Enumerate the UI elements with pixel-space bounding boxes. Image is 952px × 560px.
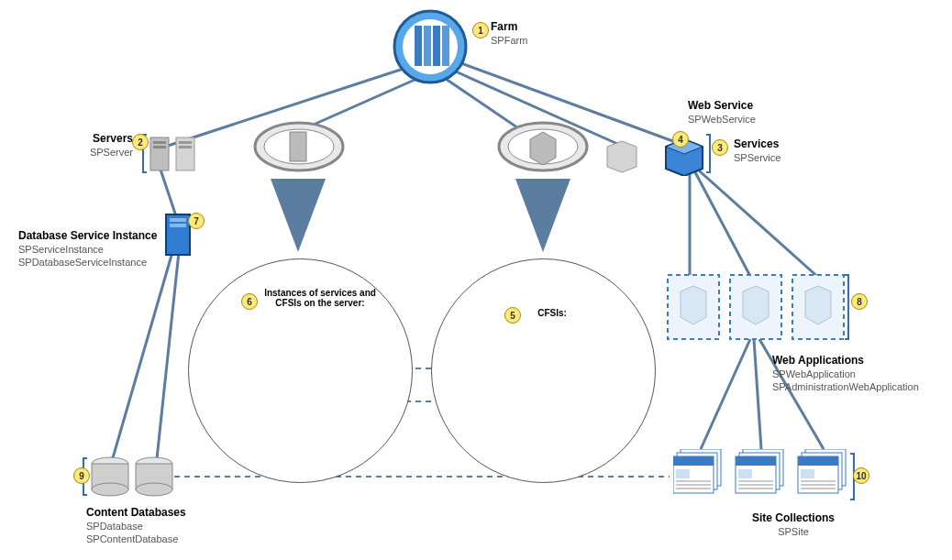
servers-group [149, 134, 213, 178]
content-dbs-class-0: SPDatabase [86, 521, 186, 532]
db-service-instance-title: Database Service Instance [18, 229, 157, 242]
svg-rect-62 [676, 488, 711, 489]
web-apps-class-0: SPWebApplication [772, 368, 919, 379]
svg-line-9 [695, 172, 752, 280]
svg-point-54 [136, 483, 172, 496]
web-app-icon [666, 273, 849, 345]
svg-marker-46 [681, 286, 706, 324]
services-badge: 3 [712, 139, 728, 156]
svg-rect-30 [179, 146, 192, 148]
svg-rect-66 [736, 456, 776, 466]
webservice-badge: 4 [672, 131, 689, 148]
svg-line-6 [110, 252, 172, 467]
services-title: Services [734, 137, 779, 150]
svg-line-12 [754, 339, 761, 449]
svg-rect-60 [676, 480, 711, 482]
site-collections-badge: 10 [853, 467, 869, 484]
svg-rect-58 [673, 456, 714, 466]
svg-point-51 [92, 483, 128, 496]
svg-rect-29 [179, 141, 192, 144]
svg-rect-42 [170, 224, 186, 227]
instances-badge: 6 [241, 293, 258, 310]
svg-rect-67 [738, 469, 752, 478]
webservice-title: Web Service [688, 99, 753, 112]
content-dbs-group [90, 456, 182, 502]
svg-rect-23 [433, 26, 440, 66]
services-class: SPService [734, 152, 780, 163]
svg-rect-70 [738, 488, 773, 489]
services-label: Services SPService [734, 137, 780, 163]
cfsis-circle [431, 258, 656, 483]
farm-icon [393, 9, 468, 84]
svg-rect-61 [676, 484, 711, 486]
site-collections-title: Site Collections [752, 511, 835, 524]
db-service-instance-label: Database Service Instance SPServiceInsta… [18, 229, 161, 268]
svg-rect-68 [738, 480, 773, 482]
svg-line-7 [156, 252, 179, 467]
svg-marker-48 [805, 286, 831, 324]
service-cubes-icon [605, 134, 706, 176]
site-collections-group [673, 449, 857, 508]
server-icon [149, 134, 213, 174]
web-apps-title: Web Applications [772, 354, 864, 367]
farm-node [393, 9, 468, 88]
web-apps-group [666, 273, 849, 348]
services-group [605, 134, 706, 180]
cfsis-badge: 5 [504, 307, 521, 324]
farm-badge: 1 [472, 22, 489, 38]
webservice-label: Web Service SPWebService [688, 99, 756, 125]
webservice-class: SPWebService [688, 114, 756, 125]
farm-class: SPFarm [491, 35, 527, 46]
svg-rect-78 [801, 488, 836, 489]
site-collections-label: Site Collections SPSite [747, 511, 839, 537]
cfsis-title: CFSIs: [525, 308, 580, 318]
svg-rect-24 [442, 26, 449, 66]
svg-rect-41 [170, 218, 186, 222]
svg-rect-77 [801, 484, 836, 486]
servers-label: Servers SPServer [89, 132, 133, 158]
svg-rect-26 [153, 141, 166, 144]
svg-rect-75 [801, 469, 814, 478]
content-dbs-title: Content Databases [86, 506, 186, 519]
lens-left [253, 119, 345, 178]
farm-title: Farm [491, 20, 517, 33]
servers-title: Servers [93, 132, 133, 145]
site-collection-icon [673, 449, 857, 504]
web-apps-badge: 8 [851, 293, 868, 310]
svg-marker-36 [530, 132, 556, 165]
svg-rect-76 [801, 480, 836, 482]
web-apps-label: Web Applications SPWebApplication SPAdmi… [772, 354, 919, 392]
svg-marker-17 [271, 179, 326, 252]
svg-marker-37 [607, 141, 637, 172]
svg-rect-27 [153, 146, 166, 148]
content-dbs-label: Content Databases SPDatabase SPContentDa… [86, 506, 186, 544]
content-dbs-badge: 9 [73, 467, 90, 484]
svg-rect-21 [415, 26, 422, 66]
svg-rect-33 [290, 132, 306, 161]
svg-rect-69 [738, 484, 773, 486]
svg-marker-18 [515, 179, 570, 252]
lens-right [497, 119, 589, 178]
content-dbs-class-1: SPContentDatabase [86, 533, 186, 544]
instances-title: Instances of services and CFSIs on the s… [260, 288, 380, 308]
web-apps-class-1: SPAdministrationWebApplication [772, 381, 919, 392]
svg-rect-74 [798, 456, 838, 466]
db-service-instance-class-1: SPDatabaseServiceInstance [18, 257, 161, 268]
database-icon [90, 456, 182, 499]
svg-marker-47 [743, 286, 769, 324]
farm-label: Farm SPFarm [491, 20, 527, 46]
svg-rect-59 [676, 469, 690, 478]
db-service-instance-badge: 7 [188, 213, 205, 229]
svg-line-11 [701, 339, 750, 449]
site-collections-class: SPSite [747, 526, 839, 537]
servers-class: SPServer [89, 147, 133, 158]
svg-rect-22 [424, 26, 431, 66]
servers-badge: 2 [132, 134, 149, 150]
svg-line-10 [699, 170, 821, 280]
db-service-instance-class-0: SPServiceInstance [18, 244, 161, 255]
